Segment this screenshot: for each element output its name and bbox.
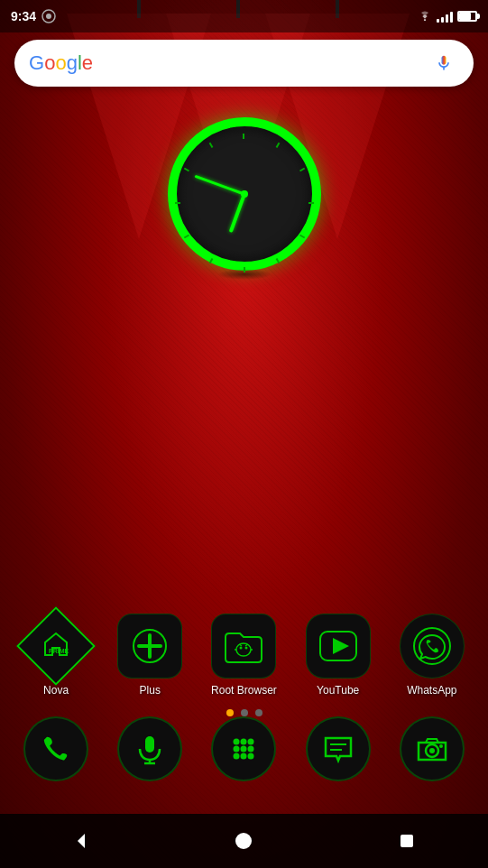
tick-7 xyxy=(208,258,213,263)
notification-icon xyxy=(41,9,56,23)
tick-11 xyxy=(208,143,213,148)
clock-widget[interactable] xyxy=(168,117,321,271)
google-logo: Google xyxy=(29,51,93,75)
svg-point-25 xyxy=(248,746,254,753)
app-root-browser[interactable]: Root Browser xyxy=(203,614,284,697)
apps-icon xyxy=(211,716,276,781)
svg-marker-34 xyxy=(78,834,85,848)
microphone-svg xyxy=(134,733,166,765)
svg-point-21 xyxy=(241,739,247,745)
nova-home-icon: PRIME xyxy=(41,630,70,659)
app-nova[interactable]: PRIME Nova xyxy=(15,614,97,697)
svg-rect-36 xyxy=(401,835,413,847)
dock-phone[interactable] xyxy=(15,716,97,787)
recents-icon xyxy=(396,830,418,852)
signal-bars xyxy=(437,11,453,23)
clock-center-dot xyxy=(241,190,248,198)
tick-9 xyxy=(175,202,180,204)
svg-point-24 xyxy=(241,746,247,753)
back-button[interactable] xyxy=(59,818,104,863)
youtube-label: YouTube xyxy=(317,684,359,697)
page-dot-3 xyxy=(255,709,262,716)
status-left: 9:34 xyxy=(11,9,56,23)
signal-bar-4 xyxy=(450,12,453,23)
minute-hand xyxy=(194,175,244,196)
tick-10 xyxy=(183,168,189,172)
whatsapp-svg xyxy=(412,626,452,666)
whatsapp-label: WhatsApp xyxy=(407,684,456,697)
page-indicators xyxy=(226,709,262,716)
svg-point-32 xyxy=(429,748,435,753)
battery-fill xyxy=(459,13,471,20)
nova-label: Nova xyxy=(43,684,69,697)
status-bar: 9:34 xyxy=(0,0,488,32)
svg-rect-17 xyxy=(145,736,154,753)
tick-12 xyxy=(243,134,244,139)
tick-1 xyxy=(275,143,280,148)
tick-2 xyxy=(299,168,304,172)
root-browser-label: Root Browser xyxy=(211,684,277,697)
whatsapp-icon xyxy=(400,614,465,679)
messages-svg xyxy=(322,733,354,765)
dock-microphone[interactable] xyxy=(109,716,190,787)
home-circle-icon xyxy=(233,830,254,852)
dock-apps[interactable] xyxy=(203,716,284,787)
tick-3 xyxy=(308,202,314,204)
dock-messages[interactable] xyxy=(298,716,379,787)
svg-point-23 xyxy=(234,746,240,753)
app-row-1: PRIME Nova Plus xyxy=(0,614,488,697)
plus-icon xyxy=(117,614,182,679)
nova-icon-container: PRIME xyxy=(23,614,88,679)
youtube-icon xyxy=(306,614,371,679)
svg-point-1 xyxy=(46,14,51,19)
apps-svg xyxy=(227,733,260,765)
battery-icon xyxy=(457,11,477,22)
messages-icon xyxy=(306,716,371,781)
svg-point-22 xyxy=(248,739,254,745)
page-dot-2 xyxy=(241,709,248,716)
hour-hand xyxy=(228,193,245,233)
app-whatsapp[interactable]: WhatsApp xyxy=(391,614,473,697)
tick-6 xyxy=(244,267,245,272)
svg-text:PRIME: PRIME xyxy=(49,648,69,654)
nav-bar xyxy=(0,814,488,868)
plus-label: Plus xyxy=(140,684,161,697)
svg-point-27 xyxy=(241,753,247,760)
svg-point-35 xyxy=(235,833,252,849)
camera-icon xyxy=(400,716,465,781)
recents-button[interactable] xyxy=(384,818,429,863)
signal-bar-2 xyxy=(441,17,444,23)
youtube-svg xyxy=(318,630,358,662)
page-dot-1 xyxy=(226,709,234,716)
signal-bar-1 xyxy=(437,19,439,23)
signal-bar-3 xyxy=(446,14,448,23)
svg-point-9 xyxy=(245,647,248,650)
phone-icon xyxy=(23,716,88,781)
search-bar[interactable]: Google xyxy=(14,40,474,87)
home-button[interactable] xyxy=(221,818,266,863)
clock-time: 9:34 xyxy=(11,9,36,23)
app-youtube[interactable]: YouTube xyxy=(298,614,379,697)
camera-svg xyxy=(416,733,448,765)
dock-camera[interactable] xyxy=(391,716,473,787)
mic-button[interactable] xyxy=(428,48,459,78)
root-browser-icon xyxy=(211,614,276,679)
back-icon xyxy=(70,830,92,852)
clock-face xyxy=(168,117,321,271)
root-browser-svg xyxy=(224,628,263,664)
mic-icon xyxy=(435,54,453,72)
microphone-icon xyxy=(117,716,182,781)
svg-point-28 xyxy=(248,753,254,760)
svg-point-26 xyxy=(234,753,240,760)
tick-5 xyxy=(275,258,280,263)
wifi-icon xyxy=(418,10,432,23)
status-right xyxy=(418,10,477,23)
plus-svg xyxy=(132,628,168,664)
svg-point-20 xyxy=(234,739,240,745)
nova-icon-inner: PRIME xyxy=(41,630,70,662)
app-plus[interactable]: Plus xyxy=(109,614,190,697)
app-dock xyxy=(0,716,488,787)
tick-4 xyxy=(299,235,304,239)
tick-8 xyxy=(183,235,189,239)
svg-point-8 xyxy=(240,647,243,650)
